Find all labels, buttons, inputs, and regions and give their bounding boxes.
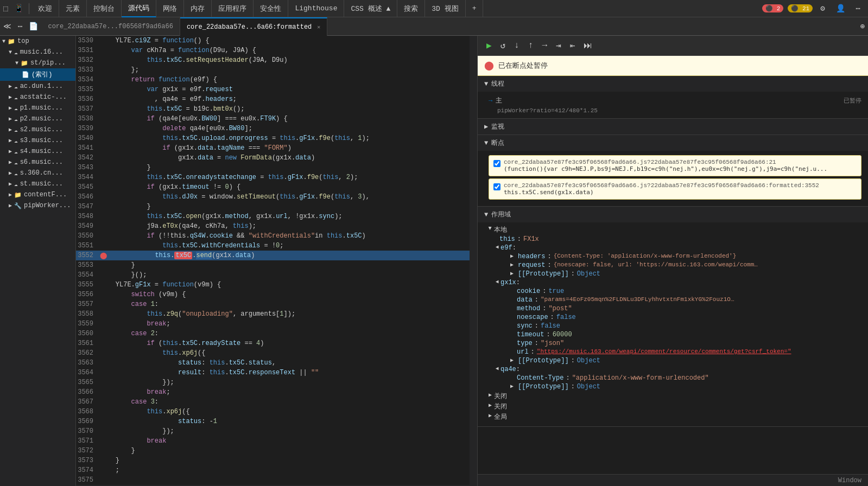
watch-collapse-arrow: ▶ [484, 123, 488, 131]
toolbar-right: ⚫ 2 ⚫ 21 ⚙ 👤 ⋯ [758, 4, 868, 13]
bp1-file: core_22dabaa57e87fe3c95f06568f9ad6a66.js… [504, 159, 827, 165]
code-line-3571: 3571 break [76, 436, 470, 446]
sidebar-item-contentf[interactable]: ▶ 📁 contentF... [0, 189, 75, 200]
new-tab-icon[interactable]: ⊕ [857, 22, 868, 31]
code-line-3557: 3557 case 1: [76, 299, 470, 309]
expand-arrow-top: ▼ [2, 39, 5, 44]
close-scope-2[interactable]: ▶ 关闭 [489, 401, 861, 412]
sidebar-item-top[interactable]: ▼ 📁 top [0, 36, 75, 47]
e9f-headers[interactable]: ▶ headers : {Content-Type: 'application/… [506, 252, 861, 261]
close-tab-icon[interactable]: ✕ [317, 24, 320, 30]
tab-sources[interactable]: 源代码 [122, 0, 156, 17]
step-over-button[interactable]: ↺ [498, 39, 508, 52]
code-line-3545: 3545 if (gx1x.timeout != 0) { [76, 182, 470, 192]
qa4e-content-type: Content-Type : "application/x-www-form-u… [506, 374, 861, 382]
bp2-checkbox[interactable] [493, 183, 500, 190]
device-icon[interactable]: 📱 [11, 4, 27, 13]
tab-security[interactable]: 安全性 [254, 0, 288, 17]
tab-welcome[interactable]: 欢迎 [31, 0, 59, 17]
sidebar-item-index[interactable]: 📄 (索引) [0, 68, 75, 81]
code-line-3530: 3530 YL7E.ci9Z = function() { [76, 36, 470, 46]
more-icon[interactable]: ⋯ [853, 4, 864, 13]
sidebar-item-s2music[interactable]: ▶ ☁ s2.music... [0, 124, 75, 135]
gx1x-sync: sync : false [506, 322, 861, 330]
code-line-3552: 3552 ⬤ this.tx5C.send(gx1x.data) [76, 251, 470, 260]
step-button[interactable]: → [540, 40, 550, 52]
scope-qa4e[interactable]: ▼ qa4e : [495, 365, 861, 374]
sidebar-item-pipworker[interactable]: ▶ 🔧 pipWorker... [0, 200, 75, 211]
deactivate-breakpoints-button[interactable]: ⇥ [554, 39, 563, 52]
scope-e9f[interactable]: ▼ e9f : [495, 244, 861, 252]
code-line-3564: 3564 result: this.tx5C.responseText || "… [76, 368, 470, 378]
error-badge: ⚫ 2 [762, 4, 783, 12]
step-out-button[interactable]: ↑ [526, 40, 536, 52]
sidebar-item-p2music[interactable]: ▶ ☁ p2.music... [0, 113, 75, 124]
sidebar-item-s360[interactable]: ▶ ☁ s.360.cn... [0, 168, 75, 178]
scope-section: ▼ 作用域 ▶ 本地 this : [478, 207, 868, 427]
code-scroll-area[interactable]: 3530 YL7E.ci9Z = function() { 3531 var c… [76, 36, 470, 485]
file-tab-formatted[interactable]: core_22dabaa57e...6a66:formatted ✕ [180, 17, 327, 36]
step-into-button[interactable]: ↓ [512, 40, 522, 52]
more-tabs-icon[interactable]: ⋯ [15, 22, 26, 31]
sidebar-item-s4music[interactable]: ▶ ☁ s4.music... [0, 146, 75, 157]
tab-elements[interactable]: 元素 [59, 0, 87, 17]
sidebar-item-stpip[interactable]: ▼ 📁 st/pip... [0, 57, 75, 68]
thread-main[interactable]: → 主 已暂停 [489, 94, 861, 107]
sidebar-item-acstatic[interactable]: ▶ ☁ acstatic-... [0, 92, 75, 103]
code-content: 3530 YL7E.ci9Z = function() { 3531 var c… [76, 36, 477, 485]
breakpoint-item-2[interactable]: core_22dabaa57e87fe3c95f06568f9ad6a66.js… [489, 178, 861, 200]
scope-gx1x[interactable]: ▼ gx1x : [495, 278, 861, 287]
thread-section-header[interactable]: ▼ 线程 [478, 76, 868, 92]
sidebar-item-s6music[interactable]: ▶ ☁ s6.music... [0, 157, 75, 168]
tab-add[interactable]: + [466, 0, 484, 17]
qa4e-prototype[interactable]: ▶ [[Prototype]] : Object [506, 382, 861, 391]
code-line-3560: 3560 case 2: [76, 329, 470, 338]
e9f-expand: ▼ [494, 245, 500, 248]
code-line-3558: 3558 this.z9q("onuploading", arguments[1… [76, 309, 470, 319]
settings-icon[interactable]: ⚙ [817, 4, 828, 13]
gx1x-data: data : "params=4EoFz05mqn%2FLDNLu3DFLyhh… [506, 296, 861, 304]
tab-lighthouse[interactable]: Lighthouse [288, 0, 344, 17]
breakpoints-section-header[interactable]: ▼ 断点 [478, 135, 868, 151]
code-line-3569: 3569 status: -1 [76, 417, 470, 426]
file-tab-original[interactable]: core_22dabaa57e...f06568f9ad6a66 [41, 17, 180, 36]
tab-memory[interactable]: 内存 [184, 0, 212, 17]
code-line-3535: 3535 var gx1x = e9f.request [76, 85, 470, 94]
e9f-request[interactable]: ▶ request : {noescape: false, url: 'http… [506, 261, 861, 270]
global-scope[interactable]: ▶ 全局 [489, 412, 861, 422]
pause-on-exceptions-button[interactable]: ⇤ [568, 39, 578, 52]
minimap-scrollbar[interactable] [470, 36, 477, 485]
gx1x-method: method : "post" [506, 304, 861, 313]
sidebar-item-music16[interactable]: ▼ ☁ music.16... [0, 47, 75, 57]
code-line-3542: 3542 gx1x.data = new FormData(gx1x.data) [76, 153, 470, 163]
scope-section-header[interactable]: ▼ 作用域 [478, 207, 868, 222]
more-debug-icon[interactable]: ⏭ [581, 40, 594, 52]
local-scope-header[interactable]: ▶ 本地 [489, 225, 861, 235]
inspect-icon[interactable]: ⬚ [0, 4, 11, 13]
sidebar-item-p1music[interactable]: ▶ ☁ p1.music... [0, 103, 75, 113]
tab-3d-view[interactable]: 3D 视图 [425, 0, 465, 17]
scope-collapse-arrow: ▼ [484, 211, 488, 219]
watch-section-header[interactable]: ▶ 监视 [478, 119, 868, 135]
gx1x-prototype[interactable]: ▶ [[Prototype]] : Object [506, 356, 861, 365]
tab-network[interactable]: 网络 [156, 0, 184, 17]
sidebar-item-acdun[interactable]: ▶ ☁ ac.dun.1... [0, 81, 75, 92]
sidebar-item-stmusic[interactable]: ▶ ☁ st.music... [0, 178, 75, 189]
bp2-code: this.tx5C.send(gx1x.data) [504, 189, 819, 196]
resume-button[interactable]: ▶ [484, 39, 494, 52]
tab-search[interactable]: 搜索 [397, 0, 425, 17]
warning-badge: ⚫ 21 [788, 4, 813, 12]
bp1-checkbox[interactable] [493, 160, 500, 167]
e9f-body: ▶ headers : {Content-Type: 'application/… [495, 252, 861, 278]
tab-application[interactable]: 应用程序 [212, 0, 254, 17]
profile-icon[interactable]: 👤 [833, 4, 848, 13]
tab-console[interactable]: 控制台 [87, 0, 122, 17]
e9f-prototype[interactable]: ▶ [[Prototype]] : Object [506, 270, 861, 278]
watch-section: ▶ 监视 [478, 119, 868, 135]
tab-css-overview[interactable]: CSS 概述 ▲ [344, 0, 397, 17]
close-scope-1[interactable]: ▶ 关闭 [489, 391, 861, 401]
code-line-3573: 3573 } [76, 456, 470, 465]
breakpoint-item-1[interactable]: core_22dabaa57e87fe3c95f06568f9ad6a66.js… [489, 155, 861, 176]
sidebar-item-s3music[interactable]: ▶ ☁ s3.music... [0, 135, 75, 146]
collapse-icon[interactable]: ≪ [0, 22, 15, 31]
